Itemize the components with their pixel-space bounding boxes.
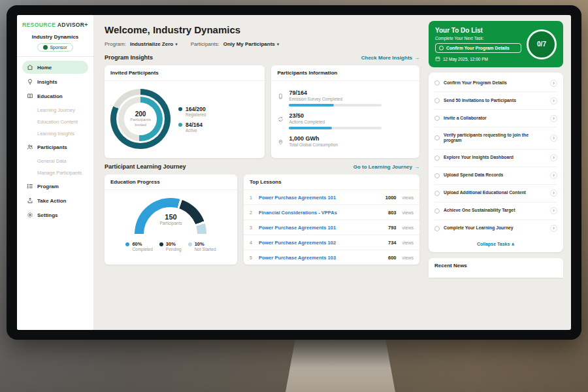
recent-news-title: Recent News	[434, 263, 467, 269]
lesson-link[interactable]: Power Purchase Agreements 102	[259, 240, 384, 246]
sidebar-item-learning-journey[interactable]: Learning Journey	[22, 104, 88, 116]
lesson-row[interactable]: 5 Power Purchase Agreements 103 600 view…	[244, 250, 419, 265]
sponsor-badge[interactable]: Sponsor	[37, 43, 73, 52]
journey-cards-row: Education Progress 150 Participants	[105, 174, 419, 265]
checkbox-circle-icon[interactable]	[434, 173, 440, 178]
next-task-label: Confirm Your Program Details	[446, 46, 510, 50]
todo-title: Your To Do List	[435, 27, 521, 34]
sidebar-item-education-content[interactable]: Education Content	[22, 116, 88, 127]
education-progress-gauge-chart: 150 Participants	[135, 198, 206, 235]
task-item[interactable]: Verify participants requesting to join t…	[434, 127, 557, 150]
participants-filter-dropdown[interactable]: Only My Participants ▾	[223, 41, 280, 47]
stat-label: Total Global Consumption	[289, 142, 337, 147]
legend-item-registered: 164/200 Registered	[178, 106, 206, 117]
sidebar-item-participants[interactable]: Participants	[22, 140, 88, 154]
sponsor-badge-label: Sponsor	[50, 45, 67, 50]
legend-item-pending: 30% Pending	[159, 241, 182, 252]
task-label: Verify participants requesting to join t…	[444, 133, 546, 144]
program-filter-dropdown[interactable]: Industrialize Zero ▾	[130, 41, 178, 47]
stat-value: 79/164	[289, 90, 382, 96]
task-label: Upload Spend Data Records	[444, 172, 546, 178]
filter-bar: Program: Industrialize Zero ▾ Participan…	[105, 41, 419, 47]
monitor-stand	[286, 338, 395, 392]
lesson-link[interactable]: Power Purchase Agreements 103	[259, 255, 384, 261]
sidebar-item-take-action[interactable]: Take Action	[22, 194, 88, 207]
checkbox-circle-icon[interactable]	[434, 208, 440, 214]
home-icon	[27, 64, 33, 71]
donut-center-value: 200	[135, 110, 146, 118]
task-label: Complete Your Learning Journey	[444, 225, 546, 231]
sidebar-item-manage-participants[interactable]: Manage Participants	[22, 167, 88, 178]
legend-item-not-started: 10% Not Started	[188, 241, 216, 252]
lesson-link[interactable]: Power Purchase Agreements 101	[259, 195, 381, 201]
link-label: Check More Insights	[361, 55, 412, 61]
legend-value: 164/200	[186, 106, 206, 112]
sidebar-item-general-data[interactable]: General Data	[22, 155, 88, 167]
task-label: Upload Additional Educational Content	[444, 190, 546, 196]
recent-news-card[interactable]: Recent News	[429, 258, 563, 278]
desk-background: RESOURCE ADVISOR+ Industry Dynamics Spon…	[0, 0, 588, 392]
go-to-learning-journey-link[interactable]: Go to Learning Journey →	[353, 164, 419, 170]
collapse-tasks-link[interactable]: Collapse Tasks ∧	[434, 237, 557, 251]
todo-progress-ring: 0/7	[527, 29, 557, 59]
checkbox-circle-icon[interactable]	[434, 191, 440, 196]
arrow-right-icon: →	[414, 164, 419, 170]
chevron-right-icon: ›	[550, 80, 557, 87]
lesson-row[interactable]: 3 Power Purchase Agreements 101 793 view…	[244, 220, 419, 235]
stat-label: Actions Completed	[289, 120, 382, 124]
sidebar-item-settings[interactable]: Settings	[22, 208, 88, 221]
chevron-right-icon: ›	[550, 225, 557, 232]
task-item[interactable]: Explore Your Insights Dashboard ›	[434, 150, 557, 167]
lesson-row[interactable]: 1 Power Purchase Agreements 101 1000 vie…	[244, 190, 419, 205]
checkbox-circle-icon[interactable]	[434, 98, 440, 103]
sidebar-item-label: Settings	[37, 212, 58, 218]
legend-dot-not-started	[188, 242, 192, 246]
checkbox-circle-icon[interactable]	[434, 116, 440, 121]
lesson-views-label: views	[402, 255, 414, 260]
chevron-right-icon: ›	[550, 154, 557, 161]
todo-tasks-card: Confirm Your Program Details › Send 50 I…	[429, 73, 563, 252]
top-lessons-card: Top Lessons 1 Power Purchase Agreements …	[244, 174, 419, 265]
task-item[interactable]: Confirm Your Program Details ›	[434, 74, 557, 92]
next-task-chip[interactable]: Confirm Your Program Details	[435, 43, 521, 53]
legend-label: Completed	[132, 247, 152, 252]
sidebar-item-home[interactable]: Home	[22, 61, 88, 74]
lesson-link[interactable]: Financial Considerations - VPPAs	[259, 210, 384, 216]
lesson-views-value: 600	[388, 255, 397, 261]
chevron-right-icon: ›	[550, 135, 557, 142]
checkbox-circle-icon[interactable]	[434, 226, 440, 231]
donut-center: 200 Participants Invited	[124, 103, 157, 135]
progress-track	[289, 104, 382, 106]
people-icon	[27, 144, 33, 150]
stat-emission-survey: 79/164 Emission Survey Completed	[278, 90, 413, 106]
lesson-row[interactable]: 4 Power Purchase Agreements 102 734 view…	[244, 235, 419, 250]
card-title: Top Lessons	[244, 174, 419, 190]
org-name: Industry Dynamics	[22, 34, 88, 40]
main-content: Welcome, Industry Dynamics Program: Indu…	[94, 15, 429, 330]
sidebar-item-program[interactable]: Program	[22, 180, 88, 193]
sidebar-item-education[interactable]: Education	[22, 90, 88, 103]
task-item[interactable]: Upload Additional Educational Content ›	[434, 185, 557, 203]
participants-information-card: Participants Information 79/164 Emission…	[271, 65, 419, 158]
task-item[interactable]: Upload Spend Data Records ›	[434, 167, 557, 185]
lesson-link[interactable]: Power Purchase Agreements 101	[259, 225, 384, 231]
checkbox-circle-icon[interactable]	[434, 155, 440, 161]
action-arrow-icon	[27, 197, 33, 204]
logo-text-resource: RESOURCE	[22, 22, 56, 28]
task-item[interactable]: Complete Your Learning Journey ›	[434, 220, 557, 237]
todo-subtitle: Complete Your Next Task:	[435, 36, 521, 41]
chevron-right-icon: ›	[550, 97, 557, 105]
learning-journey-header-row: Participant Learning Journey Go to Learn…	[105, 163, 419, 170]
check-more-insights-link[interactable]: Check More Insights →	[361, 55, 419, 61]
task-item[interactable]: Achieve One Sustainability Target ›	[434, 203, 557, 220]
legend-dot-active	[178, 123, 182, 127]
lesson-row[interactable]: 2 Financial Considerations - VPPAs 803 v…	[244, 205, 419, 220]
participants-info-body: 79/164 Emission Survey Completed	[271, 81, 419, 158]
sidebar-item-insights[interactable]: Insights	[22, 75, 88, 88]
checkbox-circle-icon[interactable]	[434, 135, 440, 140]
task-item[interactable]: Invite a Collaborator ›	[434, 110, 557, 127]
sidebar-item-learning-insights[interactable]: Learning Insights	[22, 127, 88, 139]
checkbox-circle-icon[interactable]	[434, 80, 440, 86]
task-item[interactable]: Send 50 Invitations to Participants ›	[434, 92, 557, 110]
legend-label: Not Started	[195, 247, 216, 252]
